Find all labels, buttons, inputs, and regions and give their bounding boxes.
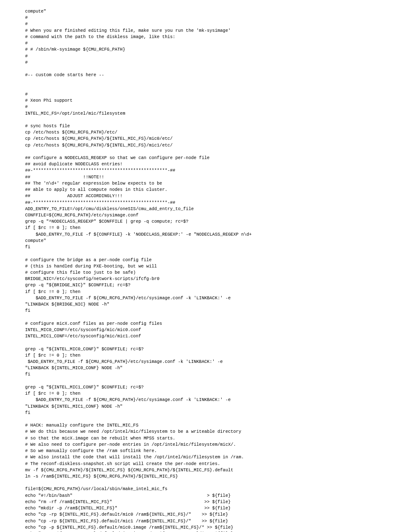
page-container: compute" # # # When you are finished edi… <box>0 0 399 532</box>
code-content: compute" # # # When you are finished edi… <box>25 8 374 532</box>
